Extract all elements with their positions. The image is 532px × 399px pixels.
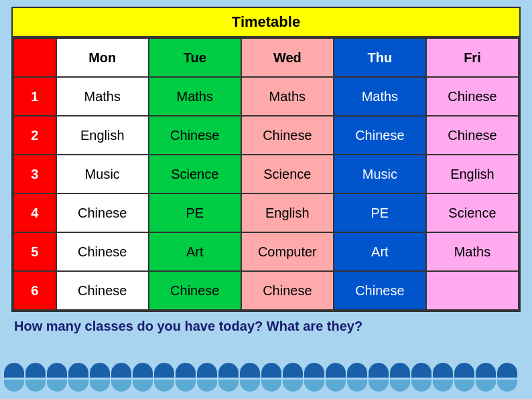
wave-decoration xyxy=(0,338,532,392)
timetable: Mon Tue Wed Thu Fri 1MathsMathsMathsMath… xyxy=(13,37,519,311)
wave-bump-up xyxy=(197,363,217,378)
wave-bump-up xyxy=(47,363,67,378)
wave-bump-down xyxy=(25,380,46,392)
row-number: 3 xyxy=(13,155,56,193)
wave-bump-down xyxy=(369,380,389,392)
wave-bump-up xyxy=(133,363,153,378)
wave-bump-down xyxy=(111,380,131,392)
table-cell: Art xyxy=(149,232,241,271)
wave-bump-down xyxy=(133,380,153,392)
table-cell: Chinese xyxy=(56,271,149,310)
header-mon: Mon xyxy=(56,38,149,77)
wave-bump-up xyxy=(476,363,496,378)
wave-bump-up xyxy=(4,363,24,378)
wave-bump-up xyxy=(433,363,453,378)
wave-bump-up xyxy=(347,363,367,378)
wave-bump-down xyxy=(197,380,217,392)
wave-bump-up xyxy=(304,363,324,378)
wave-bump-up xyxy=(154,363,174,378)
table-row: 2EnglishChineseChineseChineseChinese xyxy=(13,116,519,155)
wave-bump-up xyxy=(218,363,239,378)
wave-bump-up xyxy=(411,363,431,378)
table-cell: Music xyxy=(56,155,149,193)
row-number: 1 xyxy=(13,77,56,116)
wave-bump-down xyxy=(411,380,431,392)
timetable-wrapper: Timetable Mon Tue Wed Thu Fri 1MathsMath… xyxy=(11,7,521,312)
table-cell: Chinese xyxy=(334,116,426,155)
bottom-text: How many classes do you have today? What… xyxy=(11,312,521,338)
table-cell: PE xyxy=(149,193,241,232)
table-cell: English xyxy=(56,116,149,155)
wave-bump-up xyxy=(261,363,281,378)
wave-bump-down xyxy=(476,380,496,392)
table-cell: Science xyxy=(241,155,334,193)
table-cell: Art xyxy=(334,232,426,271)
table-row: 4ChinesePEEnglishPEScience xyxy=(13,193,519,232)
table-cell: Science xyxy=(426,193,519,232)
table-cell: Chinese xyxy=(149,116,241,155)
wave-bump-down xyxy=(326,380,346,392)
corner-cell xyxy=(13,38,56,77)
table-cell: Science xyxy=(149,155,241,193)
wave-bump-up xyxy=(369,363,389,378)
wave-bot-row xyxy=(1,380,532,392)
wave-bump-up xyxy=(68,363,88,378)
wave-bump-up xyxy=(176,363,196,378)
wave-bump-down xyxy=(261,380,281,392)
table-cell: Maths xyxy=(149,77,241,116)
wave-bump-up xyxy=(25,363,46,378)
wave-bump-up xyxy=(283,363,303,378)
table-cell xyxy=(426,271,519,310)
wave-bump-down xyxy=(433,380,453,392)
table-cell: Chinese xyxy=(56,193,149,232)
row-number: 6 xyxy=(13,271,56,310)
wave-bump-up xyxy=(111,363,131,378)
wave-bump-up xyxy=(240,363,260,378)
wave-bump-down xyxy=(68,380,88,392)
table-cell: Chinese xyxy=(149,271,241,310)
timetable-title: Timetable xyxy=(13,8,519,37)
wave-bump-down xyxy=(218,380,239,392)
wave-bump-down xyxy=(47,380,67,392)
wave-bump-down xyxy=(176,380,196,392)
wave-bump-up xyxy=(326,363,346,378)
table-cell: Chinese xyxy=(334,271,426,310)
timetable-body: 1MathsMathsMathsMathsChinese2EnglishChin… xyxy=(13,77,519,310)
wave-bump-down xyxy=(90,380,110,392)
table-cell: Chinese xyxy=(56,232,149,271)
header-tue: Tue xyxy=(149,38,241,77)
wave-bump-down xyxy=(240,380,260,392)
header-row: Mon Tue Wed Thu Fri xyxy=(13,38,519,77)
table-cell: Maths xyxy=(56,77,149,116)
header-thu: Thu xyxy=(334,38,426,77)
table-cell: Chinese xyxy=(426,116,519,155)
wave-bump-down xyxy=(390,380,410,392)
wave-bump-down xyxy=(4,380,24,392)
wave-bump-up xyxy=(497,363,517,378)
table-row: 5ChineseArtComputerArtMaths xyxy=(13,232,519,271)
table-cell: Chinese xyxy=(241,271,334,310)
row-number: 2 xyxy=(13,116,56,155)
table-cell: Chinese xyxy=(241,116,334,155)
table-cell: Maths xyxy=(334,77,426,116)
wave-bump-down xyxy=(304,380,324,392)
table-cell: PE xyxy=(334,193,426,232)
table-cell: English xyxy=(426,155,519,193)
table-cell: Music xyxy=(334,155,426,193)
table-row: 1MathsMathsMathsMathsChinese xyxy=(13,77,519,116)
table-cell: Maths xyxy=(426,232,519,271)
row-number: 4 xyxy=(13,193,56,232)
table-row: 3MusicScienceScienceMusicEnglish xyxy=(13,155,519,193)
table-cell: English xyxy=(241,193,334,232)
table-cell: Computer xyxy=(241,232,334,271)
wave-bump-up xyxy=(90,363,110,378)
wave-bump-up xyxy=(454,363,474,378)
table-cell: Maths xyxy=(241,77,334,116)
table-cell: Chinese xyxy=(426,77,519,116)
wave-bump-down xyxy=(497,380,517,392)
wave-bump-up xyxy=(390,363,410,378)
table-row: 6ChineseChineseChineseChinese xyxy=(13,271,519,310)
wave-bump-down xyxy=(154,380,174,392)
header-fri: Fri xyxy=(426,38,519,77)
wave-bump-down xyxy=(283,380,303,392)
